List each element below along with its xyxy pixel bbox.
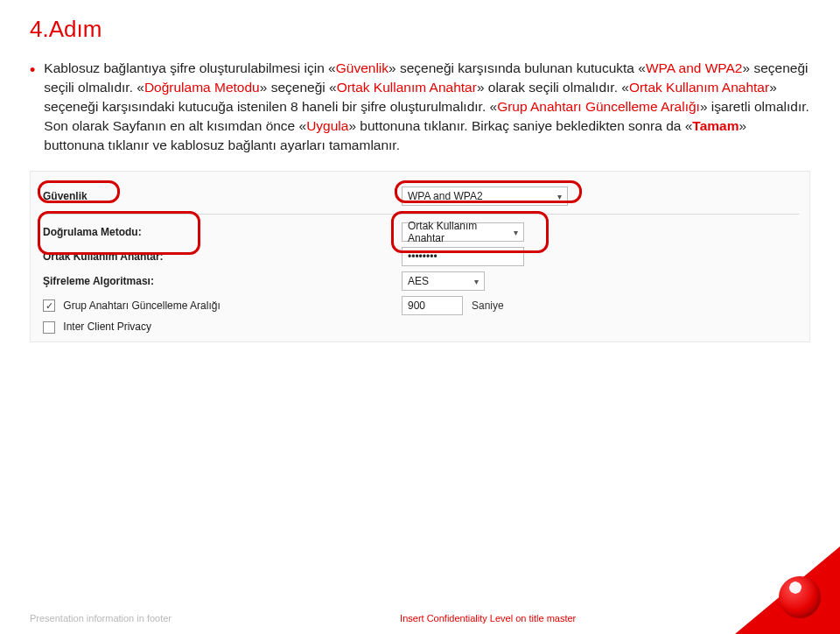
row-psk: Ortak Kullanım Anahtar: •••••••• [31,244,809,269]
select-security[interactable]: WPA and WPA2 ▾ [402,187,568,206]
label-gk-text: Grup Anahtarı Güncelleme Aralığı [63,299,220,312]
router-panel: Güvenlik WPA and WPA2 ▾ Doğrulama Metodu… [30,171,810,342]
select-enc-value: AES [408,275,429,287]
hl-uygula: Uygula [306,118,348,133]
t: » buttonuna tıklanır. Birkaç saniye bekl… [348,118,692,133]
t: » seçeneği « [260,80,337,95]
label-icp: Inter Client Privacy [43,321,402,334]
chevron-down-icon: ▾ [557,192,562,201]
label-auth: Doğrulama Metodu: [43,226,402,238]
label-enc: Şifreleme Algoritması: [43,275,402,287]
label-gk: ✓ Grup Anahtarı Güncelleme Aralığı [43,299,402,313]
separator [41,214,799,215]
label-icp-text: Inter Client Privacy [63,321,151,333]
select-auth[interactable]: Ortak Kullanım Anahtar ▾ [402,222,524,242]
input-psk[interactable]: •••••••• [402,247,524,266]
footer: Presentation information in footer Inser… [30,611,810,623]
input-gk[interactable]: 900 [402,296,463,315]
input-psk-value: •••••••• [408,250,438,263]
input-gk-value: 900 [408,299,425,312]
label-security: Güvenlik [43,190,402,202]
hl-tamam: Tamam [692,118,738,133]
footer-left: Presentation information in footer [30,613,172,623]
chevron-down-icon: ▾ [514,228,518,237]
bullet-row: • Kablosuz bağlantıya şifre oluşturulabi… [30,59,810,155]
hl-wpa: WPA and WPA2 [646,60,743,75]
row-security: Güvenlik WPA and WPA2 ▾ [31,184,809,208]
select-security-value: WPA and WPA2 [408,190,483,202]
body-text: Kablosuz bağlantıya şifre oluşturulabilm… [44,59,810,155]
hl-ortak1: Ortak Kullanım Anahtar [337,80,477,95]
page-title: 4.Adım [30,16,810,43]
checkbox-gk[interactable]: ✓ [43,299,55,312]
t: » seçeneği karşısında bulunan kutucukta … [388,60,646,75]
row-auth: Doğrulama Metodu: Ortak Kullanım Anahtar… [31,220,809,244]
checkbox-icp[interactable] [43,321,55,334]
check-icon: ✓ [46,301,53,311]
hl-ortak2: Ortak Kullanım Anahtar [629,80,769,95]
label-psk: Ortak Kullanım Anahtar: [43,250,402,263]
hl-dogrulama: Doğrulama Metodu [144,80,260,95]
t: » olarak seçili olmalıdır. « [477,80,629,95]
select-enc[interactable]: AES ▾ [402,271,485,291]
hl-grup: Grup Anahtarı Güncelleme Aralığı [497,99,700,114]
slide-page: 4.Adım • Kablosuz bağlantıya şifre oluşt… [0,0,840,634]
bullet-icon: • [30,60,35,80]
t: Kablosuz bağlantıya şifre oluşturulabilm… [44,60,335,75]
row-enc: Şifreleme Algoritması: AES ▾ [31,269,809,293]
select-auth-value: Ortak Kullanım Anahtar [408,220,514,244]
vodafone-logo-icon [779,576,821,618]
row-icp: Inter Client Privacy [31,318,809,336]
footer-mid: Insert Confidentiality Level on title ma… [400,613,576,623]
row-gk: ✓ Grup Anahtarı Güncelleme Aralığı 900 S… [31,293,809,318]
suffix-gk: Saniye [472,299,504,312]
chevron-down-icon: ▾ [474,277,479,286]
hl-guvenlik: Güvenlik [336,60,388,75]
